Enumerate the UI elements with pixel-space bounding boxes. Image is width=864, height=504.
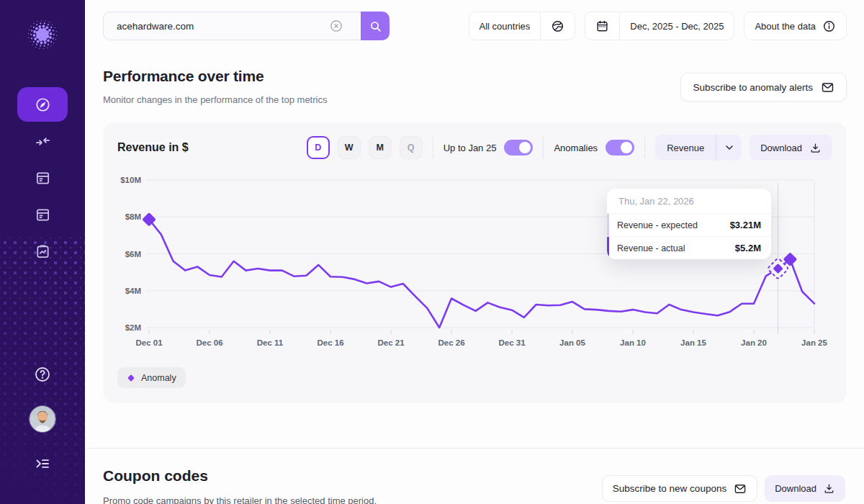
compass-icon — [35, 96, 51, 113]
sidebar-item-compare[interactable] — [17, 124, 68, 158]
granularity-day-button[interactable]: D — [307, 136, 330, 159]
subscribe-anomaly-label: Subscribe to anomaly alerts — [693, 82, 813, 93]
clipboard-chart-icon — [35, 243, 51, 260]
main-content: All countries Dec, 2025 - Dec, 2025 Abou… — [85, 0, 864, 504]
coupon-section-title: Coupon codes — [103, 467, 208, 485]
box-icon — [35, 170, 51, 186]
tooltip-expected-value: $3.21M — [730, 220, 761, 230]
sidebar-item-reports[interactable] — [17, 234, 68, 269]
converge-arrows-icon — [35, 133, 51, 150]
anomaly-legend: Anomaly — [117, 367, 186, 388]
chevron-down-icon — [724, 142, 735, 153]
chart-controls: D W M Q Up to Jan 25 Anomalies Revenue D… — [307, 135, 832, 161]
revenue-chart-card: Revenue in $ D W M Q Up to Jan 25 Anomal… — [103, 122, 847, 403]
subscribe-anomaly-alerts-button[interactable]: Subscribe to anomaly alerts — [680, 73, 847, 102]
chart-title: Revenue in $ — [117, 141, 189, 154]
svg-text:Dec 06: Dec 06 — [196, 338, 222, 347]
avatar-photo — [30, 406, 55, 432]
svg-text:$4M: $4M — [125, 287, 141, 295]
svg-text:Jan 25: Jan 25 — [801, 338, 827, 347]
svg-text:Dec 11: Dec 11 — [257, 338, 284, 347]
svg-text:Dec 01: Dec 01 — [135, 338, 163, 347]
download-icon — [809, 142, 822, 154]
clear-icon[interactable] — [329, 19, 343, 33]
filter-pills: All countries Dec, 2025 - Dec, 2025 Abou… — [469, 12, 847, 40]
coupon-actions: Subscribe to new coupons Download — [602, 475, 845, 502]
chart-download-label: Download — [760, 143, 802, 153]
coupon-download-button[interactable]: Download — [765, 475, 845, 502]
search-input[interactable] — [103, 12, 361, 40]
download-icon — [823, 482, 835, 495]
up-to-toggle[interactable] — [504, 140, 533, 156]
svg-text:Jan 20: Jan 20 — [741, 338, 767, 347]
mail-icon — [734, 482, 747, 495]
up-to-toggle-label: Up to Jan 25 — [444, 143, 497, 153]
toggle-knob — [519, 142, 531, 153]
date-range-label: Dec, 2025 - Dec, 2025 — [619, 12, 734, 40]
chart-card-header: Revenue in $ D W M Q Up to Jan 25 Anomal… — [117, 135, 832, 160]
granularity-week-button[interactable]: W — [338, 136, 361, 159]
svg-text:Jan 15: Jan 15 — [680, 338, 706, 347]
calendar-icon — [595, 19, 609, 33]
toggle-knob — [621, 142, 632, 153]
coupon-download-label: Download — [775, 483, 816, 494]
svg-text:$10M: $10M — [120, 176, 141, 184]
metric-dropdown-value: Revenue — [655, 143, 716, 153]
svg-text:Dec 16: Dec 16 — [317, 338, 343, 347]
expected-accent-bar — [607, 214, 609, 236]
top-bar: All countries Dec, 2025 - Dec, 2025 Abou… — [103, 12, 847, 40]
search-group — [103, 12, 390, 40]
metric-dropdown[interactable]: Revenue — [655, 135, 742, 161]
chart-tooltip: Thu, Jan 22, 2026 Revenue - expected $3.… — [607, 189, 771, 259]
svg-text:Jan 10: Jan 10 — [620, 338, 646, 347]
divider — [543, 137, 544, 158]
anomalies-toggle-label: Anomalies — [554, 143, 598, 153]
svg-text:$6M: $6M — [125, 250, 141, 258]
coupon-section-subtitle: Promo code campaigns by this retailer in… — [103, 495, 377, 504]
anomaly-legend-label: Anomaly — [141, 373, 176, 383]
tooltip-actual-value: $5.2M — [735, 243, 761, 253]
tooltip-row-expected: Revenue - expected $3.21M — [607, 213, 771, 236]
question-circle-icon[interactable] — [34, 366, 51, 383]
brand-logo — [27, 19, 58, 50]
box-icon — [35, 207, 51, 223]
about-label: About the data — [755, 21, 816, 32]
svg-text:Jan 05: Jan 05 — [559, 338, 585, 347]
subscribe-new-coupons-button[interactable]: Subscribe to new coupons — [602, 475, 757, 502]
avatar[interactable] — [29, 405, 56, 433]
search-icon — [369, 19, 382, 33]
tooltip-date: Thu, Jan 22, 2026 — [607, 189, 771, 213]
divider — [433, 137, 433, 158]
svg-text:Dec 31: Dec 31 — [498, 338, 526, 347]
tooltip-expected-label: Revenue - expected — [617, 220, 698, 230]
chart-download-button[interactable]: Download — [750, 135, 832, 161]
divider — [644, 137, 645, 158]
tooltip-row-actual: Revenue - actual $5.2M — [607, 236, 771, 259]
anomalies-toggle[interactable] — [606, 140, 634, 156]
expand-panel-icon[interactable] — [34, 455, 51, 472]
page-title: Performance over time — [103, 68, 264, 85]
sidebar — [0, 0, 85, 504]
search-button[interactable] — [361, 12, 390, 40]
tooltip-actual-label: Revenue - actual — [617, 243, 685, 253]
sidebar-item-products[interactable] — [17, 161, 68, 195]
country-filter-label: All countries — [469, 12, 541, 40]
section-divider — [86, 448, 864, 449]
svg-text:Dec 21: Dec 21 — [377, 338, 405, 347]
date-range-filter[interactable]: Dec, 2025 - Dec, 2025 — [585, 12, 734, 40]
about-the-data-button[interactable]: About the data — [744, 12, 847, 40]
page-subtitle: Monitor changes in the performance of th… — [103, 94, 327, 105]
svg-text:Dec 26: Dec 26 — [438, 338, 464, 347]
sidebar-item-assortment[interactable] — [17, 197, 68, 232]
info-icon — [822, 19, 836, 33]
svg-text:$2M: $2M — [125, 323, 141, 332]
svg-text:$8M: $8M — [125, 212, 141, 221]
diamond-icon — [127, 374, 135, 382]
mail-icon — [821, 81, 834, 94]
sidebar-item-performance[interactable] — [17, 87, 68, 122]
granularity-quarter-button[interactable]: Q — [400, 136, 423, 159]
granularity-month-button[interactable]: M — [369, 136, 392, 159]
country-filter[interactable]: All countries — [469, 12, 576, 40]
sidebar-nav — [0, 87, 85, 269]
globe-icon — [551, 19, 564, 33]
